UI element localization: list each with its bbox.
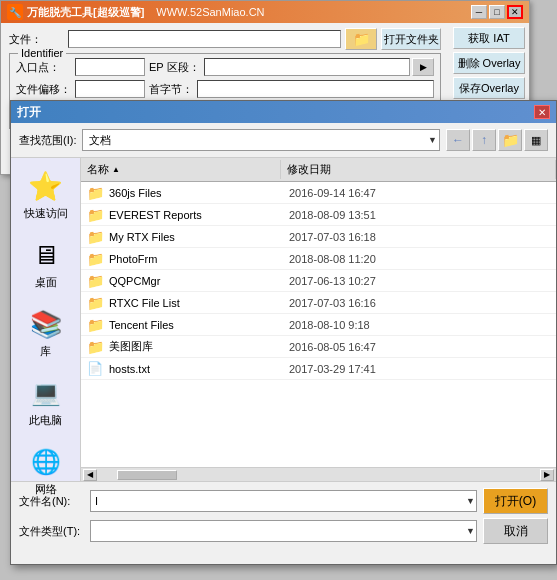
desktop-icon: 🖥	[28, 237, 64, 273]
folder-icon: 📁	[87, 273, 103, 289]
filename-row: 文件名(N): ▼ 打开(O)	[19, 488, 548, 514]
offset-label: 文件偏移：	[16, 82, 71, 97]
first-byte-input[interactable]	[197, 80, 434, 98]
list-item[interactable]: 📁 QQPCMgr 2017-06-13 10:27	[81, 270, 556, 292]
file-date: 2016-08-05 16:47	[289, 341, 550, 353]
open-dialog: 打开 ✕ 查找范围(I): 文档 ▼ ← ↑ 📁 ▦ ⭐ 快速访问 🖥 桌面	[10, 100, 557, 565]
scrollbar-left-btn[interactable]: ◀	[83, 469, 97, 481]
bg-title-icon: 🔧	[7, 4, 23, 20]
file-name: RTXC File List	[109, 297, 289, 309]
delete-overlay-btn[interactable]: 删除 Overlay	[453, 52, 525, 74]
ep-segment-label: EP 区段：	[149, 60, 200, 75]
sidebar: ⭐ 快速访问 🖥 桌面 📚 库 💻 此电脑 🌐 网络	[11, 158, 81, 481]
bg-title-left: 🔧 万能脱壳工具[超级巡警] WWW.52SanMiao.CN	[7, 4, 265, 20]
file-icon: 📄	[87, 361, 103, 376]
folder-icon: 📁	[87, 295, 103, 311]
list-item[interactable]: 📁 美图图库 2016-08-05 16:47	[81, 336, 556, 358]
library-label: 库	[40, 344, 51, 359]
file-list-area: 名称 ▲ 修改日期 📁 360js Files 2016-09-14 16:47…	[81, 158, 556, 481]
dialog-title: 打开	[17, 104, 41, 121]
filename-dropdown-arrow: ▼	[466, 496, 475, 506]
toolbar-icon-group: ← ↑ 📁 ▦	[446, 129, 548, 151]
location-select[interactable]: 文档 ▼	[82, 129, 440, 151]
file-name: PhotoFrm	[109, 253, 289, 265]
scrollbar-thumb[interactable]	[117, 470, 177, 480]
list-item[interactable]: 📁 360js Files 2016-09-14 16:47	[81, 182, 556, 204]
file-date: 2017-06-13 10:27	[289, 275, 550, 287]
file-list-header: 名称 ▲ 修改日期	[81, 158, 556, 182]
desktop-label: 桌面	[35, 275, 57, 290]
file-date: 2016-09-14 16:47	[289, 187, 550, 199]
up-btn[interactable]: ↑	[472, 129, 496, 151]
file-label: 文件：	[9, 32, 64, 47]
entry-label: 入口点：	[16, 60, 71, 75]
bg-subtitle-text: WWW.52SanMiao.CN	[156, 6, 264, 18]
filetype-dropdown-arrow: ▼	[466, 526, 475, 536]
folder-icon: 📁	[87, 185, 103, 201]
new-folder-btn[interactable]: 📁	[498, 129, 522, 151]
main-area: ⭐ 快速访问 🖥 桌面 📚 库 💻 此电脑 🌐 网络	[11, 158, 556, 481]
filetype-row: 文件类型(T): ▼ 取消	[19, 518, 548, 544]
col-sort-icon: ▲	[112, 165, 120, 174]
sidebar-item-library[interactable]: 📚 库	[14, 300, 78, 365]
scrollbar-right-btn[interactable]: ▶	[540, 469, 554, 481]
list-item[interactable]: 📁 EVEREST Reports 2018-08-09 13:51	[81, 204, 556, 226]
open-btn[interactable]: 打开(O)	[483, 488, 548, 514]
file-name: QQPCMgr	[109, 275, 289, 287]
open-folder-btn[interactable]: 打开文件夹	[381, 28, 441, 50]
sidebar-item-desktop[interactable]: 🖥 桌面	[14, 231, 78, 296]
list-item[interactable]: 📁 Tencent Files 2018-08-10 9:18	[81, 314, 556, 336]
list-item[interactable]: 📄 hosts.txt 2017-03-29 17:41	[81, 358, 556, 380]
filetype-input[interactable]	[90, 520, 477, 542]
col-header-name[interactable]: 名称 ▲	[81, 160, 281, 179]
cancel-btn[interactable]: 取消	[483, 518, 548, 544]
col-header-date[interactable]: 修改日期	[281, 160, 556, 179]
folder-icon: 📁	[87, 251, 103, 267]
view-btn[interactable]: ▦	[524, 129, 548, 151]
bg-close-btn[interactable]: ✕	[507, 5, 523, 19]
list-item[interactable]: 📁 My RTX Files 2017-07-03 16:18	[81, 226, 556, 248]
ep-segment-field: ▶	[204, 58, 434, 76]
file-date: 2017-03-29 17:41	[289, 363, 550, 375]
bg-title-text: 万能脱壳工具[超级巡警]	[27, 5, 144, 20]
library-icon: 📚	[28, 306, 64, 342]
file-input[interactable]	[68, 30, 341, 48]
file-list: 📁 360js Files 2016-09-14 16:47 📁 EVEREST…	[81, 182, 556, 467]
file-date: 2017-07-03 16:16	[289, 297, 550, 309]
open-folder-icon-btn[interactable]: 📁	[345, 28, 377, 50]
get-iat-btn[interactable]: 获取 IAT	[453, 27, 525, 49]
sidebar-item-quickaccess[interactable]: ⭐ 快速访问	[14, 162, 78, 227]
sidebar-item-thispc[interactable]: 💻 此电脑	[14, 369, 78, 434]
location-dropdown-arrow: ▼	[428, 135, 437, 145]
filename-field-wrap: ▼	[90, 490, 477, 512]
bg-titlebar-controls: ─ □ ✕	[471, 5, 523, 19]
entry-input[interactable]	[75, 58, 145, 76]
network-icon: 🌐	[28, 444, 64, 480]
quickaccess-label: 快速访问	[24, 206, 68, 221]
identifier-legend: Identifier	[18, 47, 66, 59]
filetype-field-wrap: ▼	[90, 520, 477, 542]
ep-segment-arrow-btn[interactable]: ▶	[412, 58, 434, 76]
dialog-bottom-form: 文件名(N): ▼ 打开(O) 文件类型(T): ▼ 取消	[11, 481, 556, 554]
dialog-close-btn[interactable]: ✕	[534, 105, 550, 119]
file-name: hosts.txt	[109, 363, 289, 375]
bg-titlebar: 🔧 万能脱壳工具[超级巡警] WWW.52SanMiao.CN ─ □ ✕	[1, 1, 529, 23]
horizontal-scrollbar[interactable]: ◀ ▶	[81, 467, 556, 481]
bg-maximize-btn[interactable]: □	[489, 5, 505, 19]
filename-label: 文件名(N):	[19, 494, 84, 509]
ep-segment-input[interactable]	[204, 58, 410, 76]
bg-minimize-btn[interactable]: ─	[471, 5, 487, 19]
dialog-toolbar: 查找范围(I): 文档 ▼ ← ↑ 📁 ▦	[11, 123, 556, 158]
col-date-text: 修改日期	[287, 162, 331, 177]
offset-input[interactable]	[75, 80, 145, 98]
file-name: Tencent Files	[109, 319, 289, 331]
back-btn[interactable]: ←	[446, 129, 470, 151]
filename-input[interactable]	[90, 490, 477, 512]
list-item[interactable]: 📁 PhotoFrm 2018-08-08 11:20	[81, 248, 556, 270]
save-overlay-btn[interactable]: 保存Overlay	[453, 77, 525, 99]
file-date: 2017-07-03 16:18	[289, 231, 550, 243]
col-name-text: 名称	[87, 162, 109, 177]
folder-icon: 📁	[87, 229, 103, 245]
list-item[interactable]: 📁 RTXC File List 2017-07-03 16:16	[81, 292, 556, 314]
file-name: 美图图库	[109, 339, 289, 354]
